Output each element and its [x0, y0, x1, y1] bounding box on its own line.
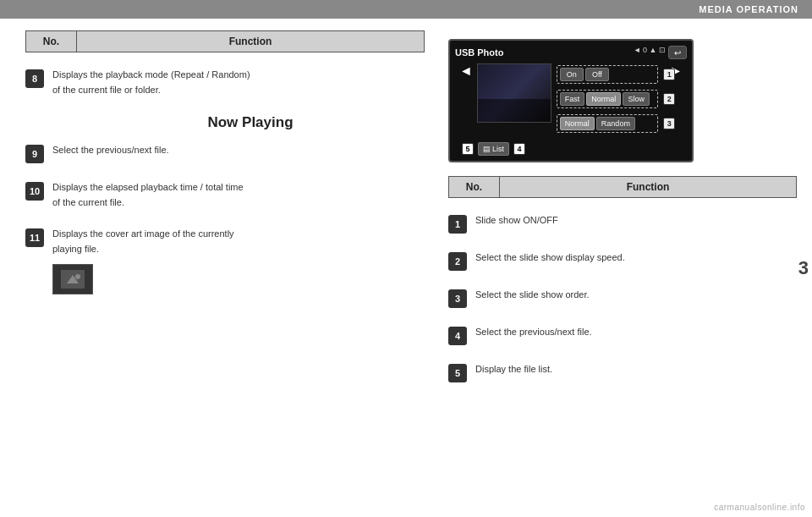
left-column: No. Function 8 Displays the playback mod… [0, 19, 440, 517]
right-badge-3: 3 [448, 289, 467, 308]
order-group: Normal Random [557, 114, 658, 133]
right-badge-1: 1 [448, 215, 467, 234]
main-content: No. Function 8 Displays the playback mod… [0, 19, 812, 517]
btn-normal-speed[interactable]: Normal [586, 92, 621, 106]
list-icon: ▤ [483, 145, 491, 153]
right-col-func: Function [500, 177, 796, 197]
bottom-label-4: 4 [513, 143, 525, 155]
speed-group: Fast Normal Slow [557, 90, 658, 108]
bottom-label-5: 5 [462, 143, 474, 155]
usb-icon-bar: ◄ 0 ▲ ⊡ ↩ [634, 46, 687, 59]
badge-9: 9 [25, 145, 44, 163]
now-playing-label: Now Playing [76, 114, 425, 131]
right-column: 3 USB Photo ◄ 0 ▲ ⊡ ↩ ◄ [440, 19, 812, 517]
row-10-text: Displays the elapsed playback time / tot… [52, 180, 425, 210]
list-button[interactable]: ▤ List [478, 142, 509, 156]
top-bar: MEDIA OPERATION [0, 0, 812, 19]
left-row-8: 8 Displays the playback mode (Repeat / R… [25, 68, 425, 97]
btn-slow[interactable]: Slow [623, 92, 650, 106]
btn-off[interactable]: Off [585, 68, 609, 81]
right-row-5: 5 Display the file list. [448, 362, 797, 382]
row-11-text: Displays the cover art image of the curr… [52, 227, 425, 294]
right-row-1-text: Slide show ON/OFF [475, 213, 797, 228]
list-label: List [492, 145, 504, 153]
right-table: No. Function 1 Slide show ON/OFF 2 Selec… [448, 176, 797, 382]
row-8-text: Displays the playback mode (Repeat / Ran… [52, 68, 425, 97]
right-badge-4: 4 [448, 327, 467, 345]
badge-8: 8 [25, 69, 44, 88]
usb-back-button[interactable]: ↩ [668, 46, 687, 59]
left-row-11: 11 Displays the cover art image of the c… [25, 227, 425, 294]
row-9-text: Select the previous/next file. [52, 143, 425, 158]
page-number: 3 [798, 257, 809, 279]
right-row-1: 1 Slide show ON/OFF [448, 213, 797, 234]
left-row-9: 9 Select the previous/next file. [25, 143, 425, 163]
photo-display-row: ◄ On Off 1 [455, 63, 687, 137]
usb-title: USB Photo [455, 47, 503, 58]
btn-fast[interactable]: Fast [560, 92, 585, 106]
on-off-group: On Off [557, 65, 658, 84]
usb-photo-screen: USB Photo ◄ 0 ▲ ⊡ ↩ ◄ [448, 39, 694, 162]
right-row-3: 3 Select the slide show order. [448, 288, 797, 308]
btn-on[interactable]: On [560, 68, 584, 81]
right-badge-5: 5 [448, 364, 467, 382]
right-row-2: 2 Select the slide show display speed. [448, 250, 797, 271]
right-badge-2: 2 [448, 252, 467, 271]
right-col-no: No. [449, 177, 500, 197]
label-2: 2 [663, 93, 675, 105]
left-row-10: 10 Displays the elapsed playback time / … [25, 180, 425, 210]
right-row-3-text: Select the slide show order. [475, 288, 797, 302]
label-3: 3 [663, 118, 675, 129]
badge-11: 11 [25, 228, 44, 247]
controls-panel: On Off 1 Fast Normal Slow 2 [551, 63, 665, 137]
top-bar-title: MEDIA OPERATION [699, 4, 798, 14]
photo-thumbnail [477, 63, 551, 123]
right-row-2-text: Select the slide show display speed. [475, 250, 797, 265]
svg-point-2 [75, 274, 80, 279]
left-col-no: No. [26, 31, 77, 52]
usb-status-icons: ◄ 0 ▲ ⊡ [634, 46, 666, 59]
ctrl-row-3: Normal Random 3 [557, 114, 658, 133]
bottom-row: 5 ▤ List 4 [455, 140, 687, 156]
ctrl-row-1: On Off 1 [557, 65, 658, 84]
right-table-header: No. Function [448, 176, 797, 198]
usb-title-bar: USB Photo ◄ 0 ▲ ⊡ ↩ [455, 46, 687, 59]
btn-random[interactable]: Random [596, 117, 635, 130]
nav-arrow-left[interactable]: ◄ [455, 63, 477, 137]
watermark: carmanualsonline.info [714, 503, 805, 512]
label-1: 1 [663, 69, 675, 80]
btn-normal-order[interactable]: Normal [560, 117, 595, 130]
right-row-4: 4 Select the previous/next file. [448, 325, 797, 345]
right-row-4-text: Select the previous/next file. [475, 325, 797, 339]
right-row-5-text: Display the file list. [475, 362, 797, 377]
left-col-func: Function [77, 31, 424, 52]
badge-10: 10 [25, 182, 44, 201]
left-table-header: No. Function [25, 30, 425, 52]
ctrl-row-2: Fast Normal Slow 2 [557, 90, 658, 108]
